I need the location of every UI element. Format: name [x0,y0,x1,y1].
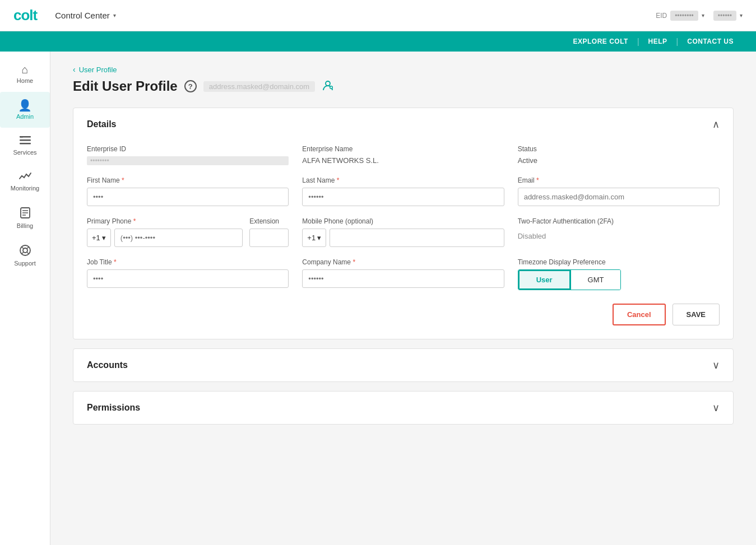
permissions-section-title: Permissions [87,403,140,413]
cancel-button[interactable]: Cancel [613,304,666,325]
company-name-label: Company Name * [302,258,504,266]
enterprise-id-label: Enterprise ID [87,145,289,153]
details-section-header[interactable]: Details ∧ [73,108,733,141]
mobile-phone-label: Mobile Phone (optional) [302,217,504,225]
sidebar-item-billing[interactable]: Billing [0,199,50,237]
eid-block: EID •••••••• ▾ [656,11,704,21]
primary-phone-extension-group: Primary Phone * +1 ▾ Extensi [87,217,289,247]
phone-row: +1 ▾ [87,229,243,247]
timezone-label: Timezone Display Preference [518,258,720,266]
email-input[interactable] [518,188,720,206]
teal-nav-bar: EXPLORE COLT | HELP | CONTACT US [0,31,756,52]
chevron-down-icon: ▾ [113,12,116,18]
enterprise-name-label: Enterprise Name [302,145,504,153]
sidebar-services-label: Services [13,149,36,156]
sidebar-item-home[interactable]: ⌂ Home [0,56,50,92]
first-name-required: * [122,176,124,184]
timezone-gmt-btn[interactable]: GMT [571,270,621,290]
sidebar-item-support[interactable]: Support [0,237,50,274]
email-label: Email * [518,176,720,184]
primary-phone-country-chevron: ▾ [102,234,106,242]
enterprise-name-group: Enterprise Name ALFA NETWORKS S.L. [302,145,504,165]
eid-label: EID [656,12,667,20]
mobile-phone-row: +1 ▾ [302,229,504,247]
accounts-toggle-icon: ∨ [712,359,720,371]
enterprise-name-value: ALFA NETWORKS S.L. [302,156,504,165]
first-name-label: First Name * [87,176,289,184]
content-area: ‹ User Profile Edit User Profile ? addre… [50,52,756,545]
email-group: Email * [518,176,720,206]
primary-phone-label: Primary Phone * [87,217,243,225]
timezone-group: Timezone Display Preference User GMT [518,258,720,290]
details-section-title: Details [87,119,116,129]
svg-point-14 [326,81,330,86]
user-email-masked: address.masked@domain.com [203,81,315,92]
action-row: Cancel SAVE [87,304,720,325]
twofa-label: Two-Factor Authentication (2FA) [518,217,720,225]
svg-line-13 [21,252,24,254]
primary-phone-country-selector[interactable]: +1 ▾ [87,229,111,247]
mobile-phone-country-chevron: ▾ [317,234,321,242]
job-title-required: * [114,258,117,266]
explore-colt-link[interactable]: EXPLORE COLT [564,38,637,45]
accounts-section-title: Accounts [87,360,128,370]
svg-rect-1 [20,139,31,141]
sidebar-item-admin[interactable]: 👤 Admin [0,92,50,128]
extension-label: Extension [249,217,289,225]
sidebar-item-monitoring[interactable]: Monitoring [0,164,50,199]
details-toggle-icon: ∧ [712,118,720,131]
svg-point-9 [23,248,27,253]
last-name-input[interactable] [302,188,504,206]
mobile-phone-input[interactable] [330,229,504,247]
sidebar-admin-label: Admin [16,113,34,120]
form-row-1: Enterprise ID •••••••• Enterprise Name A… [87,145,720,165]
form-row-2: First Name * Last Name * Email * [87,176,720,206]
timezone-toggle: User GMT [518,269,622,290]
admin-icon: 👤 [18,100,32,111]
mobile-phone-group: Mobile Phone (optional) +1 ▾ [302,217,504,247]
colt-logo: colt [13,7,37,24]
accounts-section: Accounts ∨ [73,348,734,382]
extension-group: Extension [249,217,289,247]
svg-line-11 [27,252,29,254]
last-name-required: * [337,176,340,184]
save-button[interactable]: SAVE [672,304,720,325]
twofa-value: Disabled [518,232,720,240]
help-icon-button[interactable]: ? [184,80,197,92]
page-title-row: Edit User Profile ? address.masked@domai… [73,78,734,94]
breadcrumb-label: User Profile [79,66,117,74]
status-value: Active [518,156,720,165]
primary-phone-input[interactable] [114,229,243,247]
status-label: Status [518,145,720,153]
breadcrumb[interactable]: ‹ User Profile [73,65,734,74]
accounts-section-header[interactable]: Accounts ∨ [73,349,733,381]
company-name-input[interactable] [302,269,504,288]
svg-rect-3 [20,136,23,138]
permissions-section: Permissions ∨ [73,391,734,425]
services-icon [20,136,31,147]
top-header: colt Control Center ▾ EID •••••••• ▾ •••… [0,0,756,31]
email-required: * [536,176,539,184]
twofa-group: Two-Factor Authentication (2FA) Disabled [518,217,720,247]
first-name-input[interactable] [87,188,289,206]
sidebar-support-label: Support [14,260,36,267]
extension-input[interactable] [249,229,289,247]
permissions-section-header[interactable]: Permissions ∨ [73,392,733,424]
job-title-input[interactable] [87,269,289,288]
user-value: •••••• [713,11,736,21]
sidebar-item-services[interactable]: Services [0,128,50,164]
help-link[interactable]: HELP [639,38,676,45]
user-chevron-icon[interactable]: ▾ [740,12,743,18]
timezone-user-btn[interactable]: User [518,270,571,290]
control-center-nav[interactable]: Control Center ▾ [55,11,116,20]
support-icon [20,245,31,258]
enterprise-id-value: •••••••• [87,156,289,165]
main-layout: ⌂ Home 👤 Admin Services [0,52,756,545]
eid-chevron-icon[interactable]: ▾ [702,12,704,18]
mobile-phone-country-selector[interactable]: +1 ▾ [302,229,326,247]
form-row-4: Job Title * Company Name * Timezone Disp… [87,258,720,290]
user-profile-icon[interactable] [322,79,334,94]
contact-us-link[interactable]: CONTACT US [678,38,743,45]
job-title-group: Job Title * [87,258,289,290]
page-title: Edit User Profile [73,78,178,94]
